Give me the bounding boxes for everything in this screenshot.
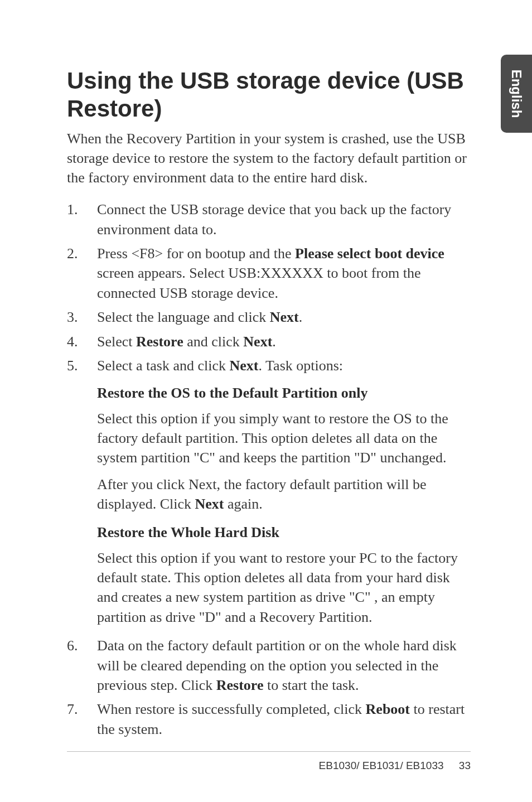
step-5: 5. Select a task and click Next. Task op… [67, 356, 471, 375]
text-fragment: again. [224, 496, 262, 512]
text-fragment: and click [183, 334, 244, 350]
step-text: Data on the factory default partition or… [97, 636, 471, 695]
bold-text: Next [270, 309, 299, 325]
step-3: 3. Select the language and click Next. [67, 307, 471, 327]
step-text: When restore is successfully completed, … [97, 699, 471, 739]
text-fragment: Select [97, 334, 136, 350]
step-number: 5. [67, 356, 81, 375]
footer-page-number: 33 [459, 760, 471, 771]
step-number: 3. [67, 307, 81, 327]
bold-text: Next [243, 334, 272, 350]
text-fragment: screen appears. Select USB:XXXXXX to boo… [97, 265, 421, 301]
bold-text: Please select boot device [295, 245, 444, 262]
step-4: 4. Select Restore and click Next. [67, 332, 471, 351]
step-number: 6. [67, 636, 81, 695]
step-text: Connect the USB storage device that you … [97, 200, 471, 239]
step-2: 2. Press <F8> for on bootup and the Plea… [67, 244, 471, 303]
language-tab-label: English [509, 70, 524, 118]
step-text: Select a task and click Next. Task optio… [97, 356, 471, 375]
text-fragment: . Task options: [259, 357, 344, 374]
step-number: 2. [67, 244, 81, 303]
text-fragment: Select a task and click [97, 357, 230, 374]
step-text: Select Restore and click Next. [97, 332, 471, 351]
intro-paragraph: When the Recovery Partition in your syst… [67, 129, 471, 187]
footer-rule [67, 751, 471, 752]
bold-text: Next [230, 357, 259, 374]
steps-list: 1. Connect the USB storage device that y… [67, 200, 471, 375]
option-heading: Restore the OS to the Default Partition … [97, 383, 471, 403]
step-number: 7. [67, 699, 81, 739]
step-text: Select the language and click Next. [97, 307, 471, 327]
step-7: 7. When restore is successfully complete… [67, 699, 471, 739]
step-text: Press <F8> for on bootup and the Please … [97, 244, 471, 303]
option-paragraph: Select this option if you want to restor… [97, 548, 471, 627]
text-fragment: Select the language and click [97, 309, 270, 325]
page-title: Using the USB storage device (USB Restor… [67, 67, 471, 122]
bold-text: Restore [216, 677, 264, 693]
option-paragraph: Select this option if you simply want to… [97, 409, 471, 468]
steps-list-continued: 6. Data on the factory default partition… [67, 636, 471, 739]
step-6: 6. Data on the factory default partition… [67, 636, 471, 695]
footer-model: EB1030/ EB1031/ EB1033 [319, 760, 444, 771]
step-number: 4. [67, 332, 81, 351]
text-fragment: When restore is successfully completed, … [97, 701, 366, 717]
bold-text: Reboot [366, 701, 410, 717]
page-footer: EB1030/ EB1031/ EB1033 33 [319, 760, 471, 772]
step-1: 1. Connect the USB storage device that y… [67, 200, 471, 239]
bold-text: Next [195, 496, 224, 512]
text-fragment: to start the task. [263, 677, 359, 693]
option-restore-default-partition: Restore the OS to the Default Partition … [97, 383, 471, 514]
option-paragraph: After you click Next, the factory defaul… [97, 475, 471, 514]
text-fragment: Press <F8> for on bootup and the [97, 245, 295, 262]
bold-text: Restore [136, 334, 183, 350]
option-heading: Restore the Whole Hard Disk [97, 523, 471, 542]
language-tab: English [501, 55, 532, 133]
text-fragment: . [299, 309, 303, 325]
text-fragment: . [272, 334, 276, 350]
step-number: 1. [67, 200, 81, 239]
option-restore-whole-disk: Restore the Whole Hard Disk Select this … [97, 523, 471, 627]
